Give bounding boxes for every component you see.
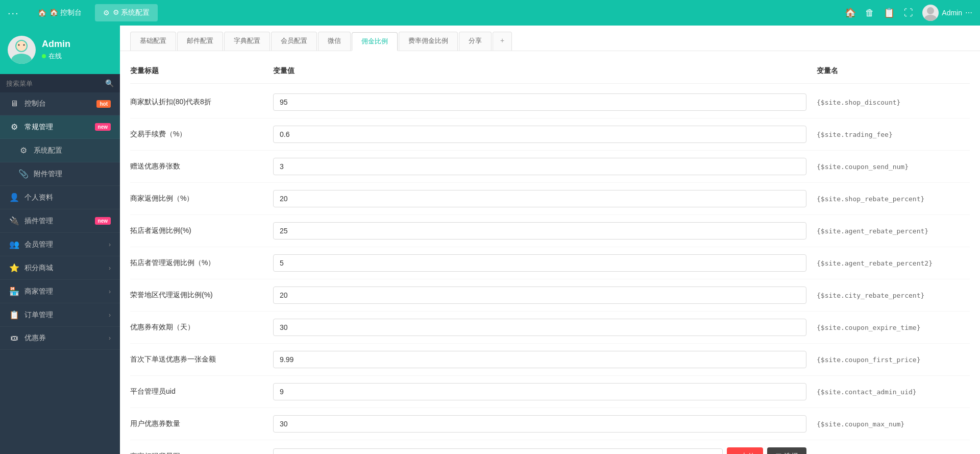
sidebar-item-orders[interactable]: 📋 订单管理 ›	[0, 303, 120, 327]
tab-email[interactable]: 邮件配置	[177, 32, 223, 51]
table-row: 拓店者返佣比例(%) {$site.agent_rebate_percent}	[130, 215, 970, 247]
row-input-wrap	[273, 351, 817, 368]
tab-dict[interactable]: 字典配置	[224, 32, 270, 51]
admin-name: Admin	[942, 9, 962, 17]
row-label: 交易手续费（%）	[130, 130, 273, 139]
profile-name: Admin	[42, 39, 70, 50]
search-icon[interactable]: 🔍	[105, 79, 114, 87]
sidebar-item-attachment[interactable]: 📎 附件管理	[0, 162, 120, 186]
tabs-bar: 基础配置 邮件配置 字典配置 会员配置 微信 佣金比例 费率佣金比例 分享 +	[120, 26, 980, 51]
table-row: 商家返佣比例（%） {$site.shop_rebate_percent}	[130, 183, 970, 215]
row-label: 商家返佣比例（%）	[130, 194, 273, 203]
svg-point-4	[16, 41, 27, 51]
select-button[interactable]: ☰ 选择	[767, 447, 806, 454]
general-icon: ⚙	[9, 122, 19, 132]
nav-dots[interactable]: ···	[8, 7, 19, 19]
row-varname: {$site.coupon_send_num}	[817, 163, 970, 171]
sidebar-item-coupons[interactable]: 🎟 优惠券 ›	[0, 327, 120, 350]
config-table: 变量标题 变量值 变量名 商家默认折扣(80)代表8折 {$site.shop_…	[130, 61, 970, 454]
tab-add[interactable]: +	[493, 32, 512, 51]
row-input[interactable]	[273, 126, 806, 143]
upload-button[interactable]: ↑ 上传	[727, 447, 763, 454]
sidebar-item-label: 个人资料	[24, 193, 111, 202]
row-label: 商家默认折扣(80)代表8折	[130, 98, 273, 107]
content-area: 变量标题 变量值 变量名 商家默认折扣(80)代表8折 {$site.shop_…	[120, 51, 980, 454]
sidebar-item-general[interactable]: ⚙ 常规管理 new	[0, 115, 120, 139]
row-input[interactable]	[273, 93, 806, 111]
row-input-wrap	[273, 126, 817, 143]
tab-basic[interactable]: 基础配置	[130, 32, 176, 51]
sidebar-item-dashboard[interactable]: 🖥 控制台 hot	[0, 92, 120, 115]
plugins-icon: 🔌	[9, 216, 19, 226]
nav-tab-dashboard[interactable]: 🏠 🏠 控制台	[30, 4, 90, 21]
tab-wechat[interactable]: 微信	[318, 32, 351, 51]
trash-nav-icon[interactable]: 🗑	[865, 8, 874, 18]
row-input-wrap	[273, 158, 817, 175]
tab-fee-commission[interactable]: 费率佣金比例	[399, 32, 458, 51]
attachment-icon: 📎	[18, 169, 29, 179]
sidebar-item-points[interactable]: ⭐ 积分商城 ›	[0, 256, 120, 280]
row-label: 拓店者管理返佣比例（%）	[130, 258, 273, 268]
row-input[interactable]	[273, 351, 806, 368]
settings-icon: ⚙	[103, 9, 110, 17]
sidebar: Admin 在线 🔍 🖥 控制台 hot ⚙ 常规管理 new	[0, 26, 120, 454]
status-dot	[42, 54, 46, 58]
profile-avatar	[8, 36, 36, 64]
row-label: 平台管理员uid	[130, 387, 273, 396]
row-label: 荣誉地区代理返佣比例(%)	[130, 291, 273, 300]
row-input[interactable]	[273, 383, 806, 400]
admin-profile[interactable]: Admin ⋯	[922, 5, 972, 21]
sidebar-item-label: 优惠券	[24, 333, 104, 343]
table-row: 优惠券有效期（天） {$site.coupon_expire_time}	[130, 312, 970, 344]
sidebar-item-label: 系统配置	[34, 146, 111, 155]
row-input[interactable]	[273, 158, 806, 175]
share-icon[interactable]: ⋯	[965, 9, 972, 17]
chevron-right-icon: ›	[109, 288, 111, 295]
row-input[interactable]	[273, 254, 806, 272]
profile-status: 在线	[42, 52, 70, 61]
row-varname: {$site.coupon_first_price}	[817, 356, 970, 364]
header-col3: 变量名	[817, 66, 970, 76]
row-varname: {$site.agent_rebate_percent2}	[817, 259, 970, 267]
row-input[interactable]	[273, 286, 806, 304]
row-varname: {$site.shop_rebate_percent}	[817, 195, 970, 203]
table-row: 交易手续费（%） {$site.trading_fee}	[130, 118, 970, 151]
copy-nav-icon[interactable]: 📋	[884, 7, 895, 18]
row-input[interactable]	[273, 222, 806, 240]
sidebar-item-label: 控制台	[24, 99, 91, 108]
sidebar-item-plugins[interactable]: 🔌 插件管理 new	[0, 209, 120, 233]
row-varname: {$site.contact_admin_uid}	[817, 388, 970, 396]
row-input[interactable]	[273, 415, 806, 433]
expand-nav-icon[interactable]: ⛶	[904, 8, 913, 18]
sidebar-item-members[interactable]: 👥 会员管理 ›	[0, 233, 120, 256]
tab-commission[interactable]: 佣金比例	[352, 32, 398, 51]
row-label: 赠送优惠券张数	[130, 162, 273, 171]
sidebar-item-merchants[interactable]: 🏪 商家管理 ›	[0, 280, 120, 303]
search-input[interactable]	[6, 80, 101, 87]
members-icon: 👥	[9, 240, 19, 249]
chevron-right-icon: ›	[109, 241, 111, 248]
nav-tab-sysconfig[interactable]: ⚙ ⚙ 系统配置	[95, 4, 158, 21]
row-input[interactable]	[273, 319, 806, 336]
row-varname: {$site.trading_fee}	[817, 131, 970, 138]
tab-member[interactable]: 会员配置	[271, 32, 317, 51]
row-input-wrap	[273, 254, 817, 272]
table-row: 商家扫码背景图 ↑ 上传 ☰ 选择	[130, 440, 970, 454]
row-input[interactable]	[273, 190, 806, 207]
orders-icon: 📋	[9, 310, 19, 320]
sidebar-item-profile[interactable]: 👤 个人资料	[0, 186, 120, 209]
upload-url-input[interactable]	[273, 448, 723, 455]
nav-tab-sysconfig-label: ⚙ 系统配置	[113, 8, 150, 17]
profile-icon: 👤	[9, 193, 19, 202]
top-nav: ··· 🏠 🏠 控制台 ⚙ ⚙ 系统配置 🏠 🗑 📋 ⛶ Admin ⋯	[0, 0, 980, 26]
sidebar-item-sysconfig[interactable]: ⚙ 系统配置	[0, 139, 120, 162]
svg-point-0	[927, 7, 934, 14]
row-input-wrap	[273, 319, 817, 336]
row-varname: {$site.coupon_max_num}	[817, 420, 970, 428]
table-row: 拓店者管理返佣比例（%） {$site.agent_rebate_percent…	[130, 247, 970, 279]
dashboard-icon: 🖥	[9, 99, 19, 108]
row-varname: {$site.city_rebate_percent}	[817, 292, 970, 299]
row-varname: {$site.shop_discount}	[817, 99, 970, 106]
home-nav-icon[interactable]: 🏠	[845, 7, 856, 18]
tab-share[interactable]: 分享	[459, 32, 492, 51]
